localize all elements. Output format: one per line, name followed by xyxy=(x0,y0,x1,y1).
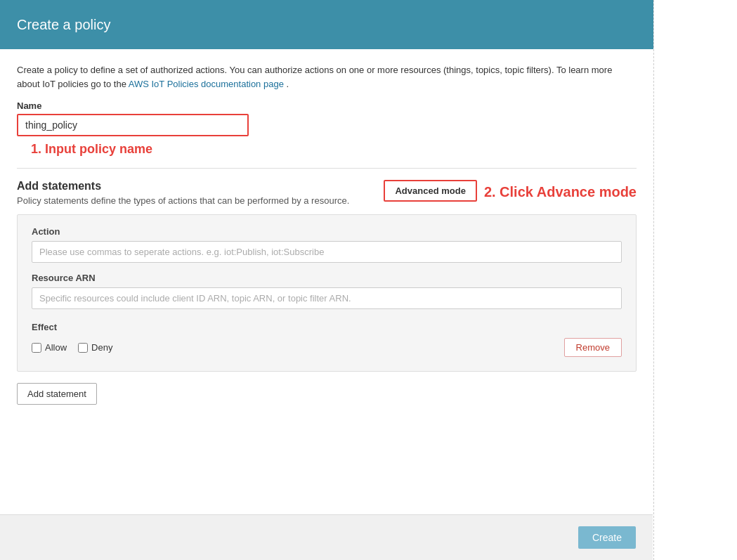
divider xyxy=(17,168,637,169)
effect-row: Allow Deny Remove xyxy=(32,338,622,357)
add-statements-header: Add statements Policy statements define … xyxy=(17,180,637,206)
deny-checkbox-label[interactable]: Deny xyxy=(78,342,112,353)
add-statements-title: Add statements xyxy=(17,180,349,193)
page-header: Create a policy xyxy=(0,0,653,49)
effect-label: Effect xyxy=(32,322,622,332)
description-text1: Create a policy to define a set of autho… xyxy=(17,65,612,89)
add-statement-button[interactable]: Add statement xyxy=(17,383,97,405)
deny-label: Deny xyxy=(91,342,112,353)
statement-box: Action Resource ARN Effect Allow xyxy=(17,214,637,372)
name-label: Name xyxy=(17,100,637,111)
action-input[interactable] xyxy=(32,241,622,263)
page-description: Create a policy to define a set of autho… xyxy=(17,63,637,91)
resource-arn-input[interactable] xyxy=(32,287,622,309)
effect-section: Effect Allow Deny Remove xyxy=(32,322,622,357)
add-statements-description: Policy statements define the types of ac… xyxy=(17,195,349,206)
docs-link[interactable]: AWS IoT Policies documentation page xyxy=(129,79,284,89)
resource-arn-label: Resource ARN xyxy=(32,273,622,283)
side-panel xyxy=(653,0,737,560)
annotation-2: 2. Click Advance mode xyxy=(484,184,637,200)
remove-button[interactable]: Remove xyxy=(564,338,622,357)
page-title: Create a policy xyxy=(17,17,110,33)
allow-checkbox-label[interactable]: Allow xyxy=(32,342,67,353)
description-text2: . xyxy=(287,79,289,89)
policy-name-input[interactable] xyxy=(17,114,249,136)
advanced-mode-row: Advanced mode 2. Click Advance mode xyxy=(384,180,637,202)
effect-checkboxes: Allow Deny xyxy=(32,342,112,353)
advanced-mode-button[interactable]: Advanced mode xyxy=(384,180,476,202)
create-button[interactable]: Create xyxy=(578,526,636,549)
add-statements-left: Add statements Policy statements define … xyxy=(17,180,349,206)
annotation-1: 1. Input policy name xyxy=(31,142,637,157)
allow-label: Allow xyxy=(45,342,67,353)
action-label: Action xyxy=(32,226,622,237)
deny-checkbox[interactable] xyxy=(78,343,88,353)
allow-checkbox[interactable] xyxy=(32,343,41,353)
footer: Create xyxy=(0,514,653,560)
